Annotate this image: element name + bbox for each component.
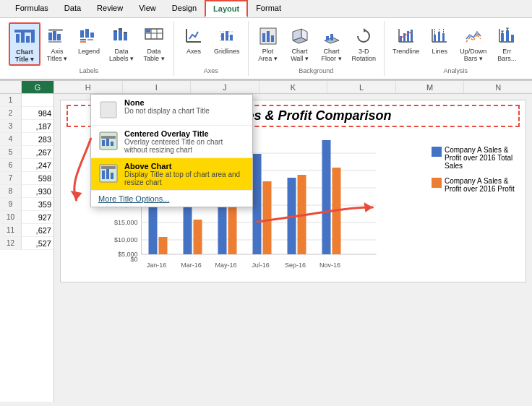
cell-g6[interactable]: ,247 bbox=[22, 159, 53, 172]
sheet-row-6[interactable]: 6 ,247 bbox=[0, 159, 53, 172]
chart-wall-button[interactable]: ChartWall ▾ bbox=[285, 22, 315, 64]
cell-g7[interactable]: 598 bbox=[22, 172, 53, 185]
gridlines-button[interactable]: Gridlines bbox=[210, 22, 244, 57]
col-n-header: N bbox=[464, 81, 532, 93]
cell-g4[interactable]: 283 bbox=[22, 133, 53, 146]
cell-g10[interactable]: 927 bbox=[22, 211, 53, 224]
svg-rect-103 bbox=[102, 170, 105, 179]
cell-g3[interactable]: ,187 bbox=[22, 120, 53, 133]
tab-format[interactable]: Format bbox=[248, 0, 289, 17]
legend-item-blue: Company A Sales & Profit over 2016 Total… bbox=[432, 146, 520, 170]
svg-rect-65 bbox=[501, 33, 504, 42]
dropdown-above-chart-title: Above Chart bbox=[124, 162, 246, 170]
svg-text:$10,000: $10,000 bbox=[114, 236, 138, 243]
data-table-label: DataTable ▾ bbox=[144, 48, 165, 62]
svg-rect-36 bbox=[262, 33, 265, 42]
cell-g1[interactable] bbox=[22, 94, 53, 107]
labels-group-label: Labels bbox=[80, 66, 99, 74]
tab-review[interactable]: Review bbox=[89, 0, 131, 17]
rotation-label: 3-DRotation bbox=[352, 48, 377, 62]
cell-g8[interactable]: ,930 bbox=[22, 185, 53, 198]
axis-titles-button[interactable]: AxisTitles ▾ bbox=[42, 22, 72, 64]
sheet-row-4[interactable]: 4 283 bbox=[0, 133, 53, 146]
svg-rect-67 bbox=[511, 35, 514, 42]
dropdown-above-chart-item[interactable]: Above Chart Display Title at top of char… bbox=[91, 158, 252, 190]
data-table-button[interactable]: DataTable ▾ bbox=[139, 22, 169, 64]
axes-group: Axes Gridlines bbox=[174, 21, 249, 76]
sheet-row-9[interactable]: 9 359 bbox=[0, 198, 53, 211]
dropdown-centered-item[interactable]: Centered Overlay Title Overlay centered … bbox=[91, 126, 252, 157]
svg-rect-56 bbox=[438, 32, 440, 42]
dropdown-above-chart-icon bbox=[97, 162, 120, 185]
data-labels-button[interactable]: DataLabels ▾ bbox=[106, 22, 137, 64]
sheet-row-7[interactable]: 7 598 bbox=[0, 172, 53, 185]
legend-orange-label: Company A Sales & Profit over 2016 Profi… bbox=[445, 177, 520, 193]
cell-g11[interactable]: ,627 bbox=[22, 224, 53, 237]
dropdown-centered-icon bbox=[97, 129, 120, 152]
dropdown-more-options[interactable]: More Title Options... bbox=[91, 191, 252, 207]
svg-rect-57 bbox=[442, 33, 445, 42]
svg-rect-97 bbox=[101, 136, 116, 139]
lines-icon bbox=[428, 25, 451, 48]
legend-item-orange: Company A Sales & Profit over 2016 Profi… bbox=[432, 177, 520, 193]
updown-bars-icon bbox=[462, 25, 485, 48]
svg-rect-6 bbox=[48, 33, 52, 40]
chart-floor-button[interactable]: ChartFloor ▾ bbox=[317, 22, 347, 64]
tab-layout[interactable]: Layout bbox=[205, 0, 248, 17]
analysis-group-items: Trendline bbox=[389, 22, 522, 64]
sheet-row-5[interactable]: 5 ,267 bbox=[0, 146, 53, 159]
axes-button[interactable]: Axes bbox=[179, 22, 209, 57]
chart-title-button[interactable]: ChartTitle ▾ bbox=[9, 22, 40, 66]
plot-area-button[interactable]: PlotArea ▾ bbox=[253, 22, 283, 64]
sheet-row-3[interactable]: 3 ,187 bbox=[0, 120, 53, 133]
cell-g2[interactable]: 984 bbox=[22, 107, 53, 120]
row-num-4: 4 bbox=[0, 133, 22, 146]
chart-wall-icon bbox=[288, 25, 312, 48]
tab-view[interactable]: View bbox=[131, 0, 164, 17]
sheet-row-8[interactable]: 8 ,930 bbox=[0, 185, 53, 198]
svg-rect-20 bbox=[119, 28, 122, 30]
updown-bars-label: Up/DownBars ▾ bbox=[460, 48, 486, 62]
plot-area-label: PlotArea ▾ bbox=[258, 48, 278, 62]
data-labels-icon bbox=[110, 25, 133, 48]
cell-g9[interactable]: 359 bbox=[22, 198, 53, 211]
sheet-row-10[interactable]: 10 927 bbox=[0, 211, 53, 224]
bar-sep-blue bbox=[288, 178, 296, 254]
chart-col-headers: H I J K L M N bbox=[54, 81, 532, 94]
rotation-button[interactable]: 3-DRotation bbox=[348, 22, 380, 64]
svg-rect-18 bbox=[124, 33, 127, 40]
tab-data[interactable]: Data bbox=[56, 0, 89, 17]
svg-rect-14 bbox=[80, 41, 86, 43]
legend-button[interactable]: Legend bbox=[74, 22, 104, 57]
svg-rect-26 bbox=[146, 30, 150, 33]
sheet-row-2[interactable]: 2 984 bbox=[0, 107, 53, 120]
row-num-2: 2 bbox=[0, 107, 22, 120]
cell-g12[interactable]: ,527 bbox=[22, 237, 53, 250]
svg-rect-55 bbox=[434, 35, 436, 42]
svg-text:Sep-16: Sep-16 bbox=[285, 262, 306, 269]
rotation-icon bbox=[352, 25, 375, 48]
col-m-header: M bbox=[396, 81, 465, 93]
sheet-row-11[interactable]: 11 ,627 bbox=[0, 224, 53, 237]
lines-button[interactable]: Lines bbox=[424, 22, 455, 57]
svg-rect-100 bbox=[111, 142, 113, 146]
row-num-9: 9 bbox=[0, 198, 22, 211]
tab-design[interactable]: Design bbox=[164, 0, 205, 17]
updown-bars-button[interactable]: Up/DownBars ▾ bbox=[456, 22, 490, 64]
dropdown-none-item[interactable]: None Do not display a chart Title bbox=[91, 95, 252, 125]
dropdown-centered-title: Centered Overlay Title bbox=[124, 129, 246, 138]
sheet-row-12[interactable]: 12 ,527 bbox=[0, 237, 53, 250]
row-num-11: 11 bbox=[0, 224, 22, 237]
lines-label: Lines bbox=[432, 48, 448, 55]
cell-g5[interactable]: ,267 bbox=[22, 146, 53, 159]
trendline-button[interactable]: Trendline bbox=[389, 22, 423, 57]
axes-group-label: Axes bbox=[204, 66, 218, 74]
svg-text:Jul-16: Jul-16 bbox=[252, 262, 270, 269]
svg-text:May-16: May-16 bbox=[215, 262, 236, 269]
svg-rect-62 bbox=[476, 32, 479, 36]
background-group-items: PlotArea ▾ ChartWall ▾ bbox=[253, 22, 380, 64]
tab-formulas[interactable]: Formulas bbox=[7, 0, 56, 17]
dropdown-none-icon bbox=[97, 98, 120, 121]
col-g-header: G bbox=[22, 81, 53, 93]
error-bars-button[interactable]: ErrBars... bbox=[492, 22, 522, 64]
